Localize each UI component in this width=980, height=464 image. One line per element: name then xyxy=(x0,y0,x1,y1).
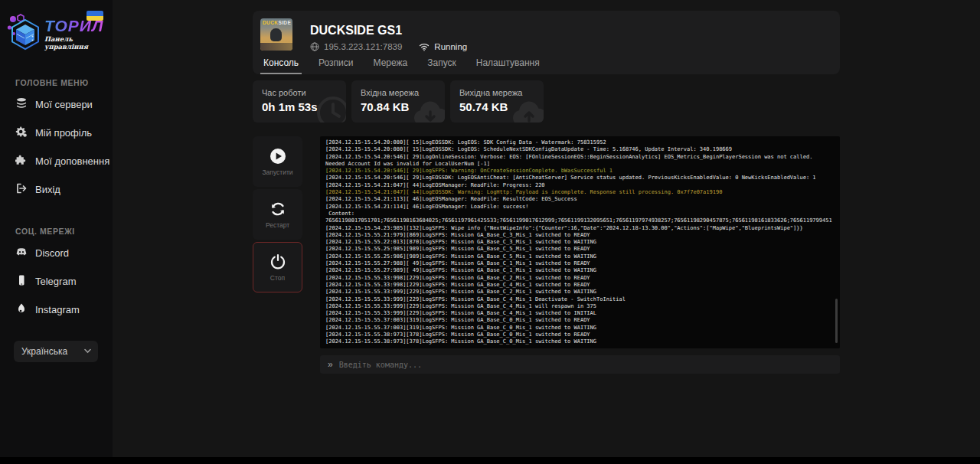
instagram-icon xyxy=(15,302,28,317)
sidebar-item-label: Мій профіль xyxy=(35,127,92,139)
log-line: [2024.12.15-15.54.20:546][ 29]LogSFPS: W… xyxy=(325,168,832,175)
wifi-icon xyxy=(419,43,430,51)
sidebar-item-my-addons[interactable]: Мої доповнення xyxy=(0,147,113,175)
log-line: [2024.12.15-15.55.33:998][229]LogSFPS: M… xyxy=(325,275,832,282)
sidebar-item-label: Вихід xyxy=(35,184,60,195)
prompt-icon: » xyxy=(328,360,333,369)
stat-card-network-out: Вихідна мережа 50.74 KB xyxy=(450,80,544,123)
server-header-card: DUCKSIDE DUCKSIDE GS1 195.3.223.121:7839… xyxy=(253,11,840,74)
servers-icon xyxy=(15,97,28,112)
sidebar-section-social: СОЦ. МЕРЕЖІ xyxy=(15,227,113,236)
chevron-down-icon xyxy=(84,348,91,354)
sidebar-item-discord[interactable]: Discord xyxy=(0,239,113,267)
sidebar-item-instagram[interactable]: Instagram xyxy=(0,296,113,324)
tab-console[interactable]: Консоль xyxy=(263,54,299,74)
main-content: DUCKSIDE DUCKSIDE GS1 195.3.223.121:7839… xyxy=(113,0,980,464)
log-line: [2024.12.15-15.55.25:986][989]LogSFPS: M… xyxy=(325,253,832,260)
bottom-bar xyxy=(0,457,980,464)
thumb-title-side: SIDE xyxy=(278,20,291,25)
clock-icon xyxy=(315,95,346,123)
log-line: [2024.12.15-15.54.23:985][132]LogSFPS: W… xyxy=(325,225,832,232)
brand-logo[interactable]: TOPИЛ Панель управління xyxy=(0,0,113,55)
command-bar: » xyxy=(320,355,840,374)
stat-value: 70.84 KB xyxy=(361,100,409,113)
log-line: [2024.12.15-15.55.37:003][319]LogSFPS: M… xyxy=(325,317,832,324)
sidebar-item-label: Мої сервери xyxy=(35,99,93,110)
app-window: TOPИЛ Панель управління ГОЛОВНЕ МЕНЮ Мої… xyxy=(0,0,980,464)
server-address: 195.3.223.121:7839 xyxy=(324,42,402,51)
log-line: [2024.12.15-15.55.21:979][869]LogSFPS: M… xyxy=(325,232,832,239)
play-icon xyxy=(270,148,286,165)
restart-button[interactable]: Рестарт xyxy=(253,189,302,240)
thumb-title-duck: DUCK xyxy=(263,20,278,25)
language-select[interactable]: Українська xyxy=(14,341,98,362)
gears-icon xyxy=(15,126,28,140)
console-log[interactable]: [2024.12.15-15.54.20:080][ 15]LogEOSSDK:… xyxy=(320,136,840,348)
sidebar-item-label: Telegram xyxy=(35,276,76,287)
tab-network[interactable]: Мережа xyxy=(374,54,408,74)
stat-value: 0h 1m 53s xyxy=(262,100,318,113)
log-line: [2024.12.15-15.55.37:003][319]LogSFPS: M… xyxy=(325,325,832,332)
log-line: [2024.12.15-15.55.33:998][229]LogSFPS: M… xyxy=(325,282,832,289)
ukraine-flag-icon xyxy=(87,11,103,21)
tab-startup[interactable]: Запуск xyxy=(427,54,456,74)
power-icon xyxy=(270,253,286,270)
stat-card-uptime: Час роботи 0h 1m 53s xyxy=(253,80,346,123)
log-line: [2024.12.15-15.54.20:546][ 29]LogEOSSDK:… xyxy=(325,175,832,181)
stat-label: Час роботи xyxy=(262,88,306,97)
brand-tagline: Панель управління xyxy=(44,35,106,51)
log-line: [2024.12.15-15.55.38:973][378]LogSFPS: M… xyxy=(325,332,832,338)
log-line: [2024.12.15-15.54.21:047][ 44]LogEOSMana… xyxy=(325,182,832,189)
log-line: [2024.12.15-15.55.33:999][229]LogSFPS: M… xyxy=(325,310,832,317)
stop-button[interactable]: Стоп xyxy=(253,242,302,292)
tab-settings[interactable]: Налаштування xyxy=(476,54,540,74)
sidebar-item-label: Instagram xyxy=(35,304,80,315)
puzzle-icon xyxy=(15,154,28,168)
start-button-label: Запустити xyxy=(262,168,292,176)
sidebar-item-label: Мої доповнення xyxy=(35,155,109,167)
sidebar-item-my-servers[interactable]: Мої сервери xyxy=(0,90,113,119)
server-game-thumbnail: DUCKSIDE xyxy=(260,18,292,51)
log-line: 76561198017051701;76561198163684025;7656… xyxy=(325,217,832,224)
stat-label: Вихідна мережа xyxy=(459,88,522,97)
log-line: [2024.12.15-15.55.33:999][229]LogSFPS: M… xyxy=(325,296,832,303)
log-line: [2024.12.15-15.55.27:988][ 49]LogSFPS: M… xyxy=(325,260,832,267)
stat-label: Вхідна мережа xyxy=(361,88,419,97)
log-line: [2024.12.15-15.55.25:985][989]LogSFPS: M… xyxy=(325,246,832,253)
sidebar-section-main-menu: ГОЛОВНЕ МЕНЮ xyxy=(15,78,113,87)
stop-button-label: Стоп xyxy=(270,274,285,282)
restart-button-label: Рестарт xyxy=(266,221,289,229)
log-line: [2024.12.15-15.55.33:999][229]LogSFPS: M… xyxy=(325,303,832,310)
log-line: [2024.12.15-15.54.21:047][ 44]LogEOSSDK:… xyxy=(325,189,832,196)
sidebar-item-logout[interactable]: Вихід xyxy=(0,175,113,204)
language-value: Українська xyxy=(21,346,67,357)
sidebar-item-my-profile[interactable]: Мій профіль xyxy=(0,119,113,147)
log-line: [2024.12.15-15.55.27:989][ 49]LogSFPS: M… xyxy=(325,267,832,274)
brand-logo-icon xyxy=(6,12,41,55)
log-line: [2024.12.15-15.54.20:080][ 15]LogEOSSDK:… xyxy=(325,139,832,146)
console-scrollbar[interactable] xyxy=(835,299,838,343)
server-tabs: Консоль Розписи Мережа Запуск Налаштуван… xyxy=(263,54,540,74)
log-line: [2024.12.15-15.54.20:080][ 15]LogEOSSDK:… xyxy=(325,146,832,153)
sidebar-item-telegram[interactable]: Telegram xyxy=(0,267,113,296)
log-line: [2024.12.15-15.54.21:114][ 46]LogEOSMana… xyxy=(325,204,832,211)
command-input[interactable] xyxy=(339,361,832,369)
stat-value: 50.74 KB xyxy=(459,100,508,113)
tab-schedules[interactable]: Розписи xyxy=(318,54,353,74)
log-line: [2024.12.15-15.54.20:546][ 29]LogOnlineS… xyxy=(325,154,832,168)
log-line: [2024.12.15-15.55.22:013][870]LogSFPS: M… xyxy=(325,239,832,246)
discord-icon xyxy=(15,246,28,260)
cloud-download-icon xyxy=(411,98,445,123)
log-line: Content: xyxy=(325,211,832,217)
log-line: [2024.12.15-15.55.33:999][229]LogSFPS: M… xyxy=(325,289,832,296)
log-line: [2024.12.15-15.55.38:973][378]LogSFPS: M… xyxy=(325,338,832,345)
log-line: [2024.12.15-15.54.21:113][ 46]LogEOSMana… xyxy=(325,196,832,203)
cloud-upload-icon xyxy=(510,98,544,123)
server-status: Running xyxy=(434,42,467,51)
sidebar-item-label: Discord xyxy=(35,247,69,259)
stat-card-network-in: Вхідна мережа 70.84 KB xyxy=(351,80,445,123)
server-name: DUCKSIDE GS1 xyxy=(310,24,402,38)
telegram-icon xyxy=(15,274,28,289)
start-button[interactable]: Запустити xyxy=(253,136,302,187)
restart-icon xyxy=(270,201,286,217)
